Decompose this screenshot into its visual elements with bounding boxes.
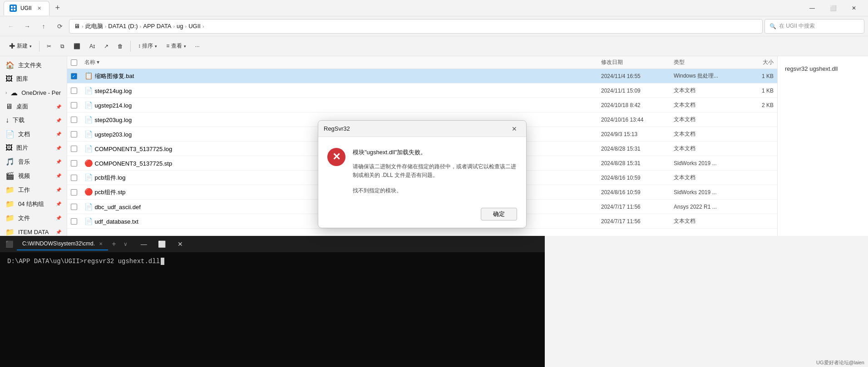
delete-icon: 🗑 <box>118 43 123 49</box>
more-btn[interactable]: ··· <box>192 39 203 54</box>
cmd-maximize-btn[interactable]: ⬜ <box>153 237 171 251</box>
path-ugii[interactable]: UGII <box>188 23 201 29</box>
sidebar-item-desktop[interactable]: 🖥 桌面 📌 <box>0 100 67 113</box>
tab-close-btn[interactable]: ✕ <box>35 4 44 12</box>
path-this-pc[interactable]: 此电脑 <box>85 22 103 30</box>
header-checkbox[interactable] <box>71 59 84 66</box>
file-checkbox[interactable] <box>71 102 77 108</box>
share-btn[interactable]: ↗ <box>100 39 112 54</box>
sidebar-item-itemdata[interactable]: 📁 ITEM DATA 📌 <box>0 225 67 236</box>
path-data1[interactable]: DATA1 (D:) <box>108 23 138 29</box>
right-panel-text: regsvr32 ugshext.dll <box>785 65 838 72</box>
delete-btn[interactable]: 🗑 <box>114 39 127 54</box>
cut-btn[interactable]: ✂ <box>43 39 55 54</box>
cmd-cursor <box>161 258 164 265</box>
file-checkbox[interactable]: ✓ <box>71 73 77 79</box>
address-path[interactable]: 🖥 › 此电脑 › DATA1 (D:) › APP DATA › ug › U… <box>69 19 763 34</box>
file-check-cell[interactable] <box>71 160 84 166</box>
cmd-new-tab-btn[interactable]: + <box>108 237 119 251</box>
header-type[interactable]: 类型 <box>674 59 737 66</box>
table-row[interactable]: 📄 ugstep214.log 2024/10/18 8:42 文本文档 2 K… <box>67 98 777 113</box>
forward-btn[interactable]: → <box>20 19 35 34</box>
cmd-minimize-btn[interactable]: — <box>135 237 153 251</box>
file-checkbox[interactable] <box>71 189 77 196</box>
dialog-close-btn[interactable]: ✕ <box>508 122 521 135</box>
header-size[interactable]: 大小 <box>737 59 774 66</box>
back-btn[interactable]: ← <box>4 19 18 34</box>
file-check-cell[interactable] <box>71 131 84 137</box>
ai-btn[interactable]: Aɪ <box>86 39 99 54</box>
new-tab-btn[interactable]: + <box>51 2 64 15</box>
dialog-main-text: 模块"ugshext.dll"加载失败。 <box>353 148 517 157</box>
file-type-cell: 文本文档 <box>674 87 737 94</box>
sidebar-item-onedrive[interactable]: › ☁ OneDrive - Per <box>0 86 67 100</box>
file-type-cell: 文本文档 <box>674 116 737 123</box>
cmd-close-btn[interactable]: ✕ <box>171 237 189 251</box>
cmd-prompt-line: D:\APP DATA\ug\UGII>regsvr32 ugshext.dll <box>7 258 538 265</box>
up-btn[interactable]: ↑ <box>36 19 51 34</box>
file-checkbox[interactable] <box>71 88 77 94</box>
file-checkbox[interactable] <box>71 146 77 152</box>
sidebar-item-pictures[interactable]: 🖼 图片 📌 <box>0 141 67 155</box>
table-row[interactable]: 📄 step214ug.log 2024/11/1 15:09 文本文档 1 K… <box>67 83 777 98</box>
sidebar-item-music[interactable]: 🎵 音乐 📌 <box>0 155 67 169</box>
file-icon: 📄 <box>84 130 93 138</box>
header-date[interactable]: 修改日期 <box>601 59 674 66</box>
sidebar-label-desktop: 桌面 <box>16 103 28 111</box>
file-checkbox[interactable] <box>71 175 77 181</box>
sort-btn[interactable]: ↕ 排序 ▾ <box>134 39 161 54</box>
table-row[interactable]: ✓ 📋 缩略图修复.bat 2024/11/4 16:55 Windows 批处… <box>67 69 777 83</box>
path-app-data[interactable]: APP DATA <box>143 23 171 29</box>
file-check-cell[interactable] <box>71 117 84 123</box>
file-check-cell[interactable] <box>71 218 84 225</box>
cmd-tab-active[interactable]: C:\WINDOWS\system32\cmd. ✕ <box>17 238 108 250</box>
file-check-cell[interactable] <box>71 175 84 181</box>
file-check-cell[interactable]: ✓ <box>71 73 84 79</box>
header-name[interactable]: 名称 ▾ <box>84 59 601 66</box>
file-checkbox[interactable] <box>71 160 77 166</box>
svg-rect-3 <box>14 9 15 10</box>
cmd-body: D:\APP DATA\ug\UGII>regsvr32 ugshext.dll <box>0 252 545 367</box>
sidebar-item-work[interactable]: 📁 工作 📌 <box>0 183 67 197</box>
cmd-tabs: C:\WINDOWS\system32\cmd. ✕ + ∨ <box>17 237 131 251</box>
view-btn[interactable]: ≡ 查看 ▾ <box>163 39 189 54</box>
maximize-btn[interactable]: ⬜ <box>823 1 843 15</box>
file-checkbox[interactable] <box>71 117 77 123</box>
copy-btn[interactable]: ⧉ <box>57 39 68 54</box>
paste-btn[interactable]: ⬛ <box>70 39 84 54</box>
sidebar-item-files[interactable]: 📁 文件 📌 <box>0 211 67 225</box>
header-checkbox-input[interactable] <box>71 59 77 66</box>
file-date-cell: 2024/10/16 13:44 <box>601 117 674 123</box>
sld-icon: 🔴 <box>84 188 93 196</box>
cmd-dropdown-btn[interactable]: ∨ <box>120 238 131 250</box>
file-checkbox[interactable] <box>71 218 77 225</box>
explorer-tab[interactable]: UGII ✕ <box>4 1 49 15</box>
dialog-ok-btn[interactable]: 确定 <box>481 208 517 220</box>
sidebar-item-home[interactable]: 🏠 主文件夹 <box>0 58 67 72</box>
close-btn[interactable]: ✕ <box>843 1 864 15</box>
sidebar-item-struct[interactable]: 📁 04 结构组 📌 <box>0 197 67 211</box>
file-type-cell: 文本文档 <box>674 101 737 109</box>
pictures-icon: 🖼 <box>5 144 13 152</box>
sidebar-label-videos: 视频 <box>18 172 30 180</box>
refresh-btn[interactable]: ⟳ <box>53 19 67 34</box>
file-name-cell: 📄 ugstep214.log <box>84 101 601 109</box>
file-check-cell[interactable] <box>71 88 84 94</box>
file-checkbox[interactable] <box>71 204 77 210</box>
sidebar-item-videos[interactable]: 🎬 视频 📌 <box>0 169 67 183</box>
file-checkbox[interactable] <box>71 131 77 137</box>
path-ug[interactable]: ug <box>177 23 183 29</box>
sidebar-item-docs[interactable]: 📄 文档 📌 <box>0 127 67 141</box>
new-btn[interactable]: ✚ 新建 ▾ <box>5 39 35 54</box>
desktop-pin-icon: 📌 <box>56 104 61 109</box>
sidebar-item-gallery[interactable]: 🖼 图库 <box>0 72 67 86</box>
minimize-btn[interactable]: — <box>802 1 823 15</box>
search-box[interactable]: 🔍 在 UGII 中搜索 <box>764 19 864 34</box>
cmd-tab-close-icon[interactable]: ✕ <box>99 241 103 246</box>
file-check-cell[interactable] <box>71 204 84 210</box>
header-name-label: 名称 <box>84 59 95 65</box>
file-check-cell[interactable] <box>71 189 84 196</box>
file-check-cell[interactable] <box>71 146 84 152</box>
file-check-cell[interactable] <box>71 102 84 108</box>
sidebar-item-downloads[interactable]: ↓ 下载 📌 <box>0 113 67 127</box>
